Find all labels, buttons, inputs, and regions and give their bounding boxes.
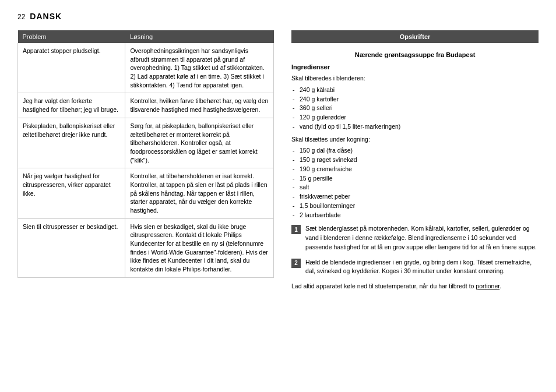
page-number: 22 [17,13,25,21]
page-title: DANSK [30,12,62,21]
step-list: 1Sæt blenderglasset på motorenheden. Kom… [291,224,539,276]
problem-table: Problem Løsning Apparatet stopper pludse… [17,30,274,278]
step-number: 2 [291,259,301,268]
solution-cell: Overophedningssikringen har sandsynligvi… [125,43,274,93]
table-row: Når jeg vælger hastighed for citruspress… [18,168,274,218]
page-header: 22 DANSK [17,12,539,21]
problem-cell: Apparatet stopper pludseligt. [18,43,125,93]
solution-cell: Kontroller, hvilken farve tilbehøret har… [125,93,274,118]
table-row: Piskepladen, ballonpiskeriset eller ælte… [18,118,274,168]
ingredient-item: 150 g dal (fra dåse) [291,146,539,156]
ingredient-item: friskkværnet peber [291,192,539,202]
right-column: Opskrifter Nærende grøntsagssuppe fra Bu… [291,30,539,294]
added-intro: Skal tilsættes under kogning: [291,135,539,144]
col1-header: Problem [18,30,125,43]
step-text: Hæld de blendede ingredienser i en gryde… [305,258,539,277]
footer-text: Lad altid apparatet køle ned til stuetem… [291,282,476,289]
ingredient-item: salt [291,183,539,192]
footer-note: Lad altid apparatet køle ned til stuetem… [291,282,539,291]
col2-header: Løsning [125,30,274,43]
footer-underlined: portioner [476,282,499,289]
blender-intro: Skal tilberedes i blenderen: [291,74,539,83]
ingredient-item: 240 g kartofler [291,95,539,104]
step-text: Sæt blenderglasset på motorenheden. Kom … [305,224,539,252]
ingredient-item: 360 g selleri [291,104,539,113]
table-row: Sien til citruspresser er beskadiget.Hvi… [18,218,274,277]
ingredient-item: 240 g kålrabi [291,86,539,95]
solution-cell: Kontroller, at tilbehørsholderen er isat… [125,168,274,218]
problem-cell: Sien til citruspresser er beskadiget. [18,218,125,277]
solution-cell: Sørg for, at piskepladen, ballonpiskeris… [125,118,274,168]
blender-ingredient-list: 240 g kålrabi240 g kartofler360 g seller… [291,86,539,132]
solution-cell: Hvis sien er beskadiget, skal du ikke br… [125,218,274,277]
ingredient-item: 2 laurbærblade [291,211,539,220]
left-column: Problem Løsning Apparatet stopper pludse… [17,30,274,294]
problem-cell: Når jeg vælger hastighed for citruspress… [18,168,125,218]
recipe-section-header: Opskrifter [291,30,539,43]
problem-cell: Piskepladen, ballonpiskeriset eller ælte… [18,118,125,168]
step-number: 1 [291,225,301,234]
ingredient-item: 120 g gulerødder [291,113,539,122]
recipe-content: Nærende grøntsagssuppe fra Budapest Ingr… [291,50,539,291]
recipe-title: Nærende grøntsagssuppe fra Budapest [291,50,539,60]
step-item: 1Sæt blenderglasset på motorenheden. Kom… [291,224,539,252]
ingredient-item: 190 g cremefraiche [291,165,539,174]
table-row: Jeg har valgt den forkerte hastighed for… [18,93,274,118]
ingredient-item: 15 g persille [291,174,539,183]
main-layout: Problem Løsning Apparatet stopper pludse… [17,30,539,294]
ingredient-item: 150 g røget svinekød [291,156,539,165]
added-ingredient-list: 150 g dal (fra dåse)150 g røget svinekød… [291,146,539,220]
problem-cell: Jeg har valgt den forkerte hastighed for… [18,93,125,118]
ingredient-item: vand (fyld op til 1,5 liter-markeringen) [291,122,539,132]
step-item: 2Hæld de blendede ingredienser i en gryd… [291,258,539,277]
recipe-subtitle: Ingredienser [291,62,539,72]
ingredient-item: 1,5 bouillonterninger [291,202,539,211]
table-row: Apparatet stopper pludseligt.Overophedni… [18,43,274,93]
